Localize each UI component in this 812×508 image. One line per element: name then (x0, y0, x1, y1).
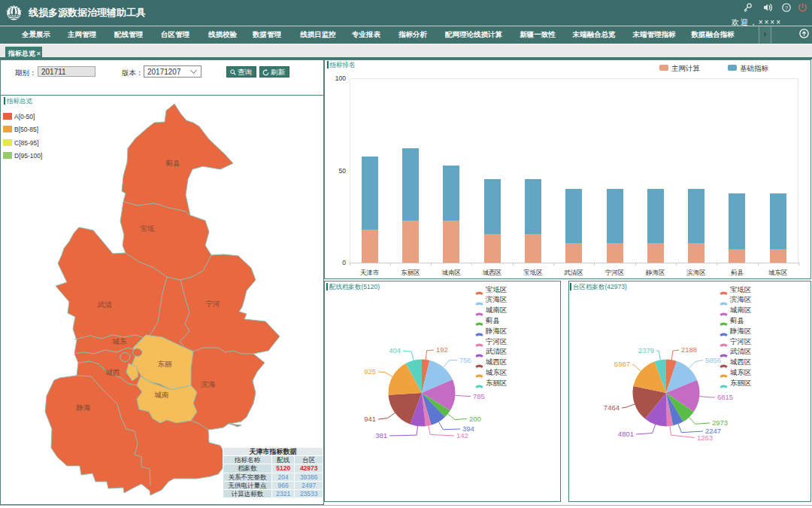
svg-text:941: 941 (364, 415, 376, 423)
svg-text:6815: 6815 (717, 393, 733, 401)
svg-text:城东: 城东 (112, 337, 128, 345)
svg-text:宁河: 宁河 (206, 300, 220, 308)
svg-text:6987: 6987 (614, 360, 630, 368)
svg-text:7464: 7464 (604, 403, 620, 412)
svg-text:200: 200 (469, 415, 481, 423)
svg-text:静海: 静海 (76, 403, 92, 412)
svg-text:2973: 2973 (712, 418, 728, 427)
svg-text:4801: 4801 (618, 430, 634, 438)
svg-text:滨海: 滨海 (201, 380, 217, 388)
svg-text:城南: 城南 (154, 391, 169, 399)
svg-text:东丽: 东丽 (158, 360, 173, 368)
svg-text:宝坻: 宝坻 (141, 224, 155, 233)
svg-text:404: 404 (389, 346, 401, 354)
svg-text:城西: 城西 (105, 368, 120, 376)
svg-text:925: 925 (364, 367, 376, 376)
svg-text:蓟县: 蓟县 (165, 159, 180, 167)
svg-text:785: 785 (473, 392, 485, 400)
svg-text:381: 381 (375, 431, 387, 440)
svg-text:756: 756 (459, 356, 471, 364)
svg-text:2188: 2188 (681, 345, 697, 354)
svg-text:142: 142 (456, 431, 468, 440)
svg-text:1263: 1263 (697, 433, 713, 442)
svg-text:武清: 武清 (98, 300, 113, 309)
svg-text:5856: 5856 (705, 356, 721, 364)
svg-text:2379: 2379 (638, 346, 654, 354)
svg-text:?: ? (785, 5, 789, 11)
svg-text:192: 192 (436, 345, 448, 354)
